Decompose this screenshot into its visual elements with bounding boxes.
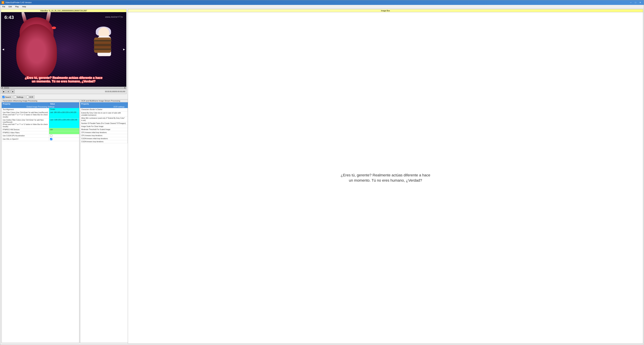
barrel-ring-mid	[94, 44, 112, 46]
tab-settings[interactable]: Settings	[13, 95, 25, 99]
params-col-property: Property	[2, 102, 49, 105]
row-property: CPU kmeans initial loop iterations:	[80, 131, 128, 134]
video-timestamp: 6:43	[4, 15, 14, 20]
video-box: VideoBox "0_10_35_510_000000000001280007…	[1, 9, 126, 94]
tabs-row: Search Settings OCR	[1, 95, 126, 99]
row-property: Use Outline Filter Colors (Use 'Ctrl+Ent…	[2, 119, 49, 128]
title-bar-left: V VideoSubFinder 5.40 Version	[2, 1, 32, 4]
barrel-ring-top	[94, 40, 112, 41]
row-property: Use CUDA GPU Acceleration	[2, 134, 49, 137]
row-property: Moderate Threshold For Scaled Image:	[80, 128, 128, 131]
row-value[interactable]	[49, 131, 79, 134]
scroll-thumb[interactable]	[4, 87, 9, 89]
image-box-content: ¿Eres tú, gerente? Realmente actúas dife…	[128, 12, 255, 137]
table-row: Use Filter Colors (Use 'Ctrl+Enter' for …	[2, 111, 79, 119]
barrel-ring-bot	[94, 48, 112, 50]
table-row: FFMPEG Video Filters	[2, 131, 79, 134]
menu-play[interactable]: Play	[14, 5, 20, 8]
row-property: Number Of Parallel Tasks (For Create Cle…	[80, 122, 128, 125]
image-box: Image Box ¿Eres tú, gerente? Realmente a…	[128, 9, 255, 137]
video-subtitle: ¿Eres tú, gerente? Realmente actúas dife…	[7, 76, 120, 83]
params-table-header: Property Value	[2, 102, 79, 105]
table-row: Use Outline Filter Colors (Use 'Ctrl+Ent…	[2, 119, 79, 128]
row-property: Text Alignment	[2, 108, 49, 111]
time-display: 00:00:00,000/00:00:00,000	[105, 91, 125, 92]
video-watermark: www.AnimeYT.tv	[105, 15, 123, 18]
anime-girl	[92, 26, 116, 59]
anime-creature	[6, 17, 70, 81]
pause-button[interactable]: ⏸	[6, 90, 10, 93]
video-controls: ▶ ⏸ ■ 00:00:00,000/00:00:00,000	[1, 89, 126, 94]
bottom-panel: Search Settings OCR Parameters In	[1, 95, 126, 137]
row-value[interactable]: cpu	[49, 128, 79, 131]
play-button[interactable]: ▶	[2, 90, 6, 93]
row-property: Image Scale For Clear Image:	[80, 125, 128, 128]
menu-help[interactable]: Help	[21, 5, 28, 8]
video-scrollbar[interactable]: ◄ ►	[1, 87, 126, 89]
params-col-value: Value	[49, 102, 79, 105]
row-property: CPU kmeans loop iterations:	[80, 134, 128, 137]
main-area: VideoBox "0_10_35_510_000000000001280007…	[0, 8, 255, 137]
video-content[interactable]: 6:43 www.AnimeYT.tv ¿Eres tú, gerente? R…	[1, 12, 126, 87]
tab-search[interactable]: Search	[1, 95, 12, 99]
row-property: Allow Min Luminance (used only if "Exten…	[80, 117, 128, 122]
row-value[interactable]: Center	[49, 108, 79, 111]
row-property: Characters Border Is Darker	[80, 108, 128, 111]
ocr-col-property: Property	[80, 102, 128, 105]
params-panel: Parameters Influencing Image Processing …	[2, 99, 80, 137]
settings-container: Parameters Influencing Image Processing …	[1, 99, 126, 137]
video-next-arrow[interactable]: ►	[122, 48, 126, 51]
creature-body	[16, 24, 57, 78]
row-property: Extend By Grey Color (try to use in case…	[80, 111, 128, 116]
params-panel-header: Parameters Influencing Image Processing	[2, 99, 79, 102]
main-window: V VideoSubFinder 5.40 Version ─ □ ✕ File…	[0, 0, 255, 137]
table-row: Use CUDA GPU Acceleration	[2, 134, 79, 137]
scroll-right-arrow[interactable]: ►	[124, 87, 126, 89]
row-value[interactable]: Lab: l:180-255 a:108-148 b:108-148	[49, 119, 79, 128]
tab-ocr[interactable]: OCR	[26, 95, 34, 99]
table-row: FFMPEG HW Devices cpu	[2, 128, 79, 131]
search-checkbox[interactable]	[2, 96, 4, 98]
params-section-header: Global Image Processing Settings	[2, 105, 79, 108]
scroll-left-arrow[interactable]: ◄	[1, 87, 4, 89]
image-box-title: Image Box	[128, 9, 255, 12]
cuda-checkbox[interactable]	[50, 135, 52, 137]
barrel	[94, 37, 111, 53]
left-panel: VideoBox "0_10_35_510_000000000001280007…	[0, 8, 127, 137]
title-bar: V VideoSubFinder 5.40 Version ─ □ ✕	[0, 0, 255, 5]
window-title: VideoSubFinder 5.40 Version	[5, 1, 32, 4]
params-table-body[interactable]: Global Image Processing Settings Text Al…	[2, 105, 79, 137]
app-icon: V	[2, 1, 4, 4]
control-buttons: ▶ ⏸ ■	[2, 90, 14, 93]
row-property: Use Filter Colors (Use 'Ctrl+Enter' for …	[2, 111, 49, 118]
row-value[interactable]	[49, 134, 79, 137]
creature-eye-right	[52, 26, 56, 29]
row-value[interactable]: Lab: 180-160 a:160-220 b:140-220	[49, 111, 79, 118]
row-property: FFMPEG HW Devices	[2, 128, 49, 131]
video-box-title: VideoBox "0_10_35_510_000000000001280007…	[1, 9, 126, 12]
ocr-checkbox[interactable]	[26, 96, 29, 98]
row-property: FFMPEG Video Filters	[2, 131, 49, 134]
stop-button[interactable]: ■	[11, 90, 14, 93]
params-table: Property Value Global Image Processing S…	[2, 102, 79, 137]
video-prev-arrow[interactable]: ◄	[2, 48, 5, 51]
menu-bar: File Edit Play Help	[0, 5, 255, 8]
right-panel: Image Box ¿Eres tú, gerente? Realmente a…	[127, 8, 255, 137]
menu-edit[interactable]: Edit	[7, 5, 13, 8]
table-row: Text Alignment Center	[2, 108, 79, 111]
menu-file[interactable]: File	[1, 5, 6, 8]
settings-checkbox[interactable]	[14, 96, 16, 98]
